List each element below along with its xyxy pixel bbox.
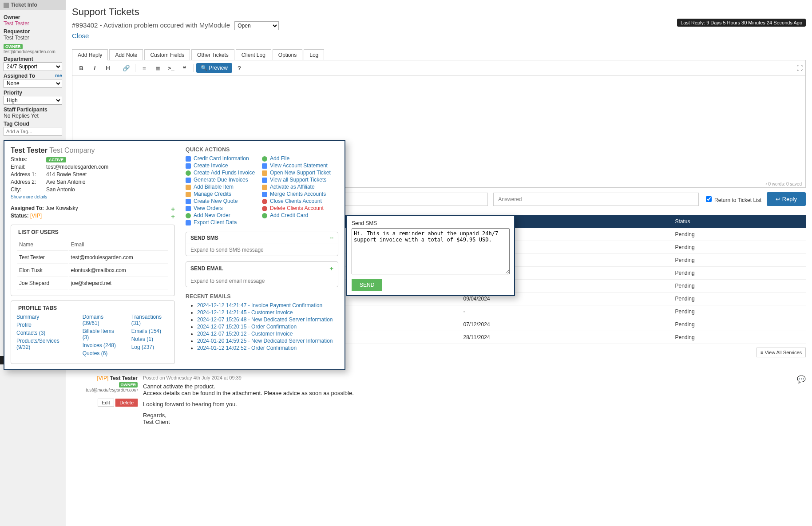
profile-tab-link[interactable]: Profile <box>16 322 70 328</box>
quick-action-link[interactable]: Manage Credits <box>186 191 255 197</box>
tab-add-reply[interactable]: Add Reply <box>72 49 108 60</box>
send-email-panel[interactable]: SEND EMAIL+ Expand to send email message <box>186 261 338 287</box>
quick-action-link[interactable]: Credit Card Information <box>186 155 255 162</box>
dept-select[interactable]: 24/7 Support <box>4 62 62 71</box>
profile-tab-link[interactable]: Products/Services (9/32) <box>16 338 70 350</box>
quick-action-link[interactable]: Add Credit Card <box>262 212 331 218</box>
ol-button[interactable]: ≡ <box>138 62 151 74</box>
quick-action-link[interactable]: View Account Statement <box>262 162 331 169</box>
tab-other-tickets[interactable]: Other Tickets <box>191 49 234 60</box>
priority-select[interactable]: High <box>4 96 62 105</box>
send-sms-title: SEND SMS <box>190 235 218 241</box>
msg-author: Test Tester <box>110 375 138 381</box>
help-button[interactable]: ? <box>233 62 246 74</box>
status-label: Status: <box>11 213 29 219</box>
quick-actions-title: QUICK ACTIONS <box>186 146 338 153</box>
link-button[interactable]: 🔗 <box>120 62 132 74</box>
collapse-icon[interactable]: -- <box>330 235 333 241</box>
tab-options[interactable]: Options <box>273 49 302 60</box>
preview-button[interactable]: 🔍 Preview <box>196 63 232 73</box>
quick-action-link[interactable]: View Orders <box>186 205 255 211</box>
quick-action-link[interactable]: Create New Quote <box>186 198 255 204</box>
table-header[interactable]: Status <box>672 215 806 228</box>
edit-button[interactable]: Edit <box>98 399 114 407</box>
recent-email-link[interactable]: 2024-01-12 14:02:52 - Order Confirmation <box>197 345 297 351</box>
heading-button[interactable]: H <box>102 62 114 74</box>
tag-input[interactable] <box>4 127 62 136</box>
recent-email-link[interactable]: 2024-12-12 14:21:47 - Invoice Payment Co… <box>197 302 322 308</box>
quick-action-link[interactable]: Delete Clients Account <box>262 205 331 211</box>
recent-email-link[interactable]: 2024-01-20 14:59:25 - New Dedicated Serv… <box>197 338 333 344</box>
table-cell: Pending <box>672 267 806 280</box>
profile-tab-link[interactable]: Contacts (3) <box>16 330 70 336</box>
msg-owner-badge: OWNER <box>119 382 138 388</box>
quick-action-link[interactable]: Add New Order <box>186 212 255 218</box>
recent-email-link[interactable]: 2024-12-07 15:26:48 - New Dedicated Serv… <box>197 316 333 323</box>
expand-icon[interactable]: + <box>329 265 333 272</box>
send-button[interactable]: SEND <box>352 279 382 291</box>
quote-button[interactable]: ❝ <box>178 62 190 74</box>
expand-icon[interactable]: ⛶ <box>796 64 803 71</box>
send-sms-panel[interactable]: SEND SMS-- Expand to send SMS message <box>186 232 338 256</box>
quick-action-link[interactable]: Add File <box>262 155 331 162</box>
msg-line: Regards, <box>143 412 806 419</box>
close-link[interactable]: Close <box>72 32 89 40</box>
add-status-button[interactable]: + <box>171 213 175 220</box>
owner-link[interactable]: Test Tester <box>4 20 29 27</box>
quick-action-link[interactable]: Export Client Data <box>186 219 255 225</box>
view-all-services-button[interactable]: ≡ View All Services <box>757 348 806 357</box>
quick-action-link[interactable]: Open New Support Ticket <box>262 170 331 176</box>
profile-tab-link[interactable]: Billable Items (3) <box>83 328 119 340</box>
ticket-status-select[interactable]: Open <box>234 21 279 30</box>
ticket-message: [VIP] Test Tester OWNER test@modulesgard… <box>72 375 806 425</box>
quick-action-link[interactable]: Add Billable Item <box>186 184 255 190</box>
msg-line: Access details can be found in the attac… <box>143 390 806 396</box>
profile-tab-link[interactable]: Domains (39/61) <box>83 314 119 326</box>
quick-action-link[interactable]: Create Invoice <box>186 162 255 169</box>
profile-tab-link[interactable]: Summary <box>16 314 70 320</box>
recent-email-link[interactable]: 2024-12-12 14:21:45 - Customer Invoice <box>197 309 293 316</box>
profile-tab-link[interactable]: Quotes (6) <box>83 350 119 356</box>
quick-action-link[interactable]: Create Add Funds Invoice <box>186 170 255 176</box>
status-select-reply[interactable]: Answered <box>493 193 699 206</box>
delete-button[interactable]: Delete <box>115 399 138 407</box>
profile-tab-link[interactable]: Emails (154) <box>131 328 169 334</box>
sms-textarea[interactable] <box>352 228 510 274</box>
show-more-link[interactable]: Show more details <box>11 194 47 199</box>
profile-tab-link[interactable]: Transactions (31) <box>131 314 169 326</box>
tab-client-log[interactable]: Client Log <box>236 49 271 60</box>
assign-me-link[interactable]: me <box>55 73 62 78</box>
assigned-select[interactable]: None <box>4 79 62 88</box>
recent-email-link[interactable]: 2024-12-07 15:20:12 - Customer Invoice <box>197 331 293 337</box>
tab-log[interactable]: Log <box>304 49 324 60</box>
quick-action-link[interactable]: Activate as Affiliate <box>262 184 331 190</box>
profile-tab-link[interactable]: Invoices (248) <box>83 342 119 348</box>
msg-email: test@modulesgarden.com <box>72 388 138 392</box>
italic-button[interactable]: I <box>88 62 101 74</box>
vip-status: [VIP] <box>30 213 42 219</box>
table-cell: Pending <box>672 280 806 293</box>
tab-custom-fields[interactable]: Custom Fields <box>144 49 190 60</box>
chat-icon[interactable]: 💬 <box>797 375 806 384</box>
table-cell: Pending <box>672 293 806 305</box>
return-checkbox[interactable] <box>706 196 712 202</box>
quick-action-link[interactable]: Close Clients Account <box>262 198 331 204</box>
return-checkbox-label[interactable]: Return to Ticket List <box>704 195 761 203</box>
quick-action-link[interactable]: Merge Clients Accounts <box>262 191 331 197</box>
quick-action-link[interactable]: Generate Due Invoices <box>186 177 255 183</box>
code-button[interactable]: >_ <box>165 62 177 74</box>
field-label: Address 1: <box>11 171 43 178</box>
profile-tab-link[interactable]: Log (237) <box>131 344 169 350</box>
table-cell: 28/11/2024 <box>460 331 672 344</box>
client-info-popup: Test Tester Test Company Status:ACTIVE E… <box>4 140 345 370</box>
ul-button[interactable]: ≣ <box>151 62 164 74</box>
reply-button[interactable]: ↩ Reply <box>767 192 806 206</box>
recent-email-link[interactable]: 2024-12-07 15:20:15 - Order Confirmation <box>197 324 297 330</box>
editor-toolbar: B I H 🔗 ≡ ≣ >_ ❝ 🔍 Preview ? ⛶ <box>72 60 805 76</box>
bold-button[interactable]: B <box>75 62 87 74</box>
profile-tab-link[interactable]: Notes (1) <box>131 336 169 342</box>
quick-action-link[interactable]: View all Support Tickets <box>262 177 331 183</box>
add-assignee-button[interactable]: + <box>171 205 175 213</box>
tab-add-note[interactable]: Add Note <box>109 49 143 60</box>
sms-title: Send SMS <box>352 220 510 226</box>
